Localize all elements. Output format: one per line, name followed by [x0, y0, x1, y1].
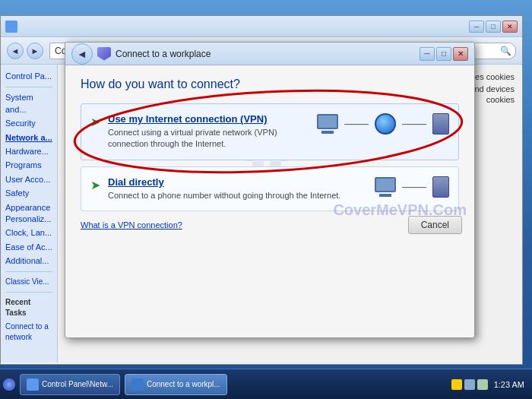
cancel-button[interactable]: Cancel	[408, 216, 462, 234]
recent-tasks-header: Recent Tasks	[5, 297, 52, 318]
tray-icon-security	[451, 379, 462, 390]
dialog-titlebar: ◄ Connect to a workplace ─ □ ✕	[65, 43, 474, 65]
control-panel-sidebar: Control Pa... System and... Security Net…	[1, 65, 58, 363]
dialog-window-controls: ─ □ ✕	[420, 47, 468, 61]
dialog-body: 🛡 How do you want to connect? ➤ Use my I…	[65, 65, 474, 242]
dialog-footer: Cancel	[408, 216, 462, 234]
sidebar-item-hardware[interactable]: Hardware...	[5, 146, 52, 157]
sidebar-item-appearance[interactable]: Appearance Personaliz...	[5, 202, 52, 226]
taskbar-btn-control-panel[interactable]: Control Panel\Netw...	[20, 374, 120, 395]
taskbar-control-panel-label: Control Panel\Netw...	[42, 380, 113, 388]
dialog-back-button[interactable]: ◄	[71, 43, 93, 65]
computer-icon-dial	[375, 177, 396, 192]
tray-icon-network	[464, 379, 475, 390]
dial-option-title[interactable]: Dial directly	[108, 176, 367, 188]
computer-icon-vpn	[317, 114, 338, 129]
control-panel-titlebar: ─ □ ✕	[1, 16, 522, 37]
globe-icon	[375, 113, 396, 135]
taskbar-control-panel-icon	[27, 378, 39, 391]
dialog-maximize-button[interactable]: □	[436, 47, 451, 61]
dialog-title-text: Connect to a workplace	[116, 49, 211, 59]
vpn-option-arrow: ➤	[90, 115, 100, 129]
taskbar-tray: 1:23 AM	[447, 379, 529, 390]
sidebar-item-control-panel[interactable]: Control Pa...	[5, 71, 52, 82]
close-button[interactable]: ✕	[502, 21, 518, 33]
taskbar-time: 1:23 AM	[494, 380, 524, 389]
taskbar-connect-icon	[131, 378, 144, 391]
cp-window-icon	[5, 21, 17, 33]
desktop: ─ □ ✕ ◄ ► Control Panel ► Network and In…	[0, 0, 532, 399]
windows-orb[interactable]	[3, 378, 15, 391]
sidebar-item-clock[interactable]: Clock, Lan...	[5, 227, 52, 239]
dial-option[interactable]: ➤ Dial directly Connect to a phone numbe…	[81, 166, 459, 211]
sidebar-item-programs[interactable]: Programs	[5, 160, 52, 171]
vpn-option-desc: Connect using a virtual private network …	[108, 127, 309, 150]
sidebar-item-system[interactable]: System and...	[5, 92, 52, 116]
dial-option-desc: Connect to a phone number without going …	[108, 190, 367, 201]
server-icon-dial	[432, 176, 449, 198]
taskbar-btn-connect[interactable]: Connect to a workpl...	[125, 374, 227, 395]
back-button[interactable]: ◄	[7, 43, 24, 59]
vpn-option-images: —— ——	[317, 113, 449, 135]
vpn-option-title[interactable]: Use my Internet connection (VPN)	[108, 113, 309, 125]
sidebar-item-classic[interactable]: Classic Vie...	[5, 277, 52, 287]
tray-icon-volume	[477, 379, 488, 390]
dialog-shield-icon	[97, 47, 111, 61]
vpn-link[interactable]: What is a VPN connection?	[81, 220, 459, 230]
vpn-option-content: Use my Internet connection (VPN) Connect…	[108, 113, 309, 150]
sidebar-item-network[interactable]: Network a...	[5, 132, 52, 144]
minimize-button[interactable]: ─	[469, 21, 484, 33]
taskbar: Control Panel\Netw... Connect to a workp…	[0, 369, 532, 399]
taskbar-connect-label: Connect to a workpl...	[147, 380, 220, 388]
sidebar-item-security[interactable]: Security	[5, 118, 52, 129]
window-controls: ─ □ ✕	[469, 21, 518, 33]
dial-option-images: ——	[375, 176, 449, 198]
dialog-close-button[interactable]: ✕	[453, 47, 468, 61]
sidebar-item-connect[interactable]: Connect to a network	[5, 321, 52, 343]
tray-icons	[451, 379, 488, 390]
sidebar-item-safety[interactable]: Safety	[5, 188, 52, 199]
dialog-minimize-button[interactable]: ─	[420, 47, 435, 61]
sidebar-item-ease[interactable]: Ease of Ac...	[5, 242, 52, 253]
dial-option-arrow: ➤	[90, 178, 100, 192]
server-icon	[432, 113, 449, 135]
maximize-button[interactable]: □	[486, 21, 501, 33]
connect-dialog: ◄ Connect to a workplace ─ □ ✕ 🛡 How do …	[65, 42, 475, 338]
sidebar-item-additional[interactable]: Additional...	[5, 255, 52, 267]
dial-option-content: Dial directly Connect to a phone number …	[108, 176, 367, 201]
sidebar-item-user-accounts[interactable]: User Acco...	[5, 174, 52, 185]
forward-button[interactable]: ►	[27, 43, 43, 59]
search-icon: 🔍	[500, 46, 511, 56]
vpn-option[interactable]: ➤ Use my Internet connection (VPN) Conne…	[81, 103, 459, 160]
